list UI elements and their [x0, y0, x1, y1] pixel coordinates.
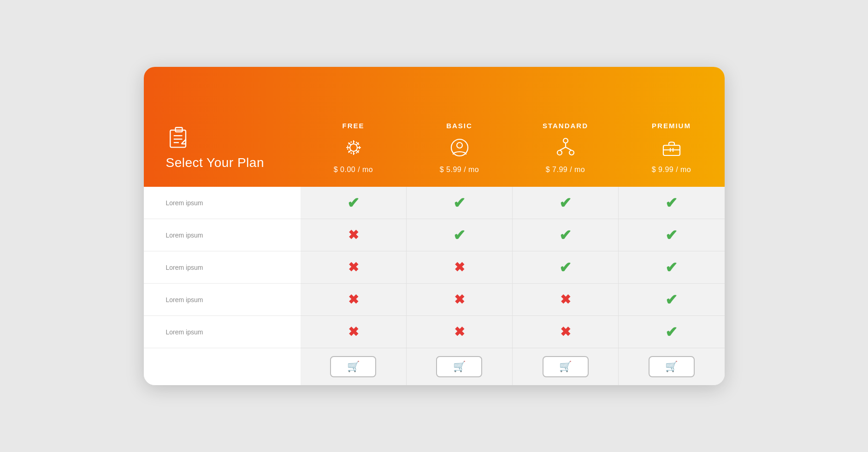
basic-feature-5: ✖ [407, 316, 512, 348]
person-icon [448, 136, 471, 159]
gear-icon [342, 136, 365, 159]
standard-feature-3: ✔ [513, 251, 618, 284]
plan-price-basic: $ 5.99 / mo [440, 166, 479, 174]
svg-point-14 [569, 150, 574, 155]
plan-col-premium: ✔ ✔ ✔ ✔ ✔ 🛒 [618, 187, 724, 385]
svg-point-8 [350, 144, 357, 151]
plan-name-free: FREE [342, 122, 364, 130]
svg-line-5 [181, 140, 185, 144]
standard-buy-button[interactable]: 🛒 [543, 356, 589, 377]
standard-buy-row: 🛒 [513, 348, 618, 385]
standard-feature-5: ✖ [513, 316, 618, 348]
plan-header-free: FREE $ 0.00 / mo [301, 67, 407, 187]
feature-5-label: Lorem ipsum [144, 316, 301, 348]
basic-buy-button[interactable]: 🛒 [436, 356, 482, 377]
clipboard-icon [166, 124, 192, 150]
svg-line-17 [566, 147, 572, 150]
premium-feature-1: ✔ [619, 187, 724, 219]
svg-point-13 [557, 150, 562, 155]
plan-name-basic: BASIC [446, 122, 472, 130]
standard-feature-1: ✔ [513, 187, 618, 219]
plan-col-free: ✔ ✖ ✖ ✖ ✖ 🛒 [301, 187, 406, 385]
briefcase-icon [660, 136, 683, 159]
plan-col-basic: ✔ ✔ ✖ ✖ ✖ 🛒 [406, 187, 512, 385]
plan-header-standard: STANDARD $ 7.99 / mo [513, 67, 619, 187]
svg-point-12 [563, 138, 568, 143]
free-feature-5: ✖ [301, 316, 406, 348]
feature-2-label: Lorem ipsum [144, 219, 301, 251]
feature-1-label: Lorem ipsum [144, 187, 301, 219]
plan-price-premium: $ 9.99 / mo [652, 166, 691, 174]
free-feature-2: ✖ [301, 219, 406, 251]
plan-price-standard: $ 7.99 / mo [546, 166, 585, 174]
basic-feature-4: ✖ [407, 284, 512, 316]
basic-feature-1: ✔ [407, 187, 512, 219]
free-buy-button[interactable]: 🛒 [330, 356, 376, 377]
plan-name-premium: PREMIUM [652, 122, 691, 130]
plan-header-premium: PREMIUM $ 9.99 / mo [619, 67, 725, 187]
header-left: Select Your Plan [144, 67, 301, 187]
plan-header-basic: BASIC $ 5.99 / mo [407, 67, 513, 187]
free-feature-3: ✖ [301, 251, 406, 284]
feature-4-label: Lorem ipsum [144, 284, 301, 316]
svg-point-11 [457, 143, 462, 148]
premium-feature-4: ✔ [619, 284, 724, 316]
plans-body: ✔ ✖ ✖ ✖ ✖ 🛒 ✔ ✔ ✖ ✖ ✖ [301, 187, 725, 385]
plan-col-standard: ✔ ✔ ✔ ✖ ✖ 🛒 [512, 187, 618, 385]
standard-feature-2: ✔ [513, 219, 618, 251]
standard-feature-4: ✖ [513, 284, 618, 316]
svg-line-16 [560, 147, 566, 150]
plans-header: FREE $ 0.00 / mo BASIC $ 5.99 / mo [301, 67, 725, 187]
premium-feature-5: ✔ [619, 316, 724, 348]
page-title: Select Your Plan [166, 155, 265, 170]
feature-labels: Lorem ipsum Lorem ipsum Lorem ipsum Lore… [144, 187, 301, 385]
pricing-body: Lorem ipsum Lorem ipsum Lorem ipsum Lore… [144, 187, 725, 385]
free-feature-4: ✖ [301, 284, 406, 316]
plan-name-standard: STANDARD [543, 122, 588, 130]
free-feature-1: ✔ [301, 187, 406, 219]
plan-price-free: $ 0.00 / mo [334, 166, 373, 174]
pricing-header: Select Your Plan FREE $ 0.00 / mo BASIC [144, 67, 725, 187]
basic-feature-2: ✔ [407, 219, 512, 251]
pricing-card: Select Your Plan FREE $ 0.00 / mo BASIC [144, 67, 725, 385]
premium-feature-2: ✔ [619, 219, 724, 251]
buy-label-spacer [144, 348, 301, 385]
basic-buy-row: 🛒 [407, 348, 512, 385]
feature-3-label: Lorem ipsum [144, 251, 301, 284]
premium-buy-row: 🛒 [619, 348, 724, 385]
premium-buy-button[interactable]: 🛒 [649, 356, 695, 377]
free-buy-row: 🛒 [301, 348, 406, 385]
basic-feature-3: ✖ [407, 251, 512, 284]
premium-feature-3: ✔ [619, 251, 724, 284]
network-icon [554, 136, 577, 159]
